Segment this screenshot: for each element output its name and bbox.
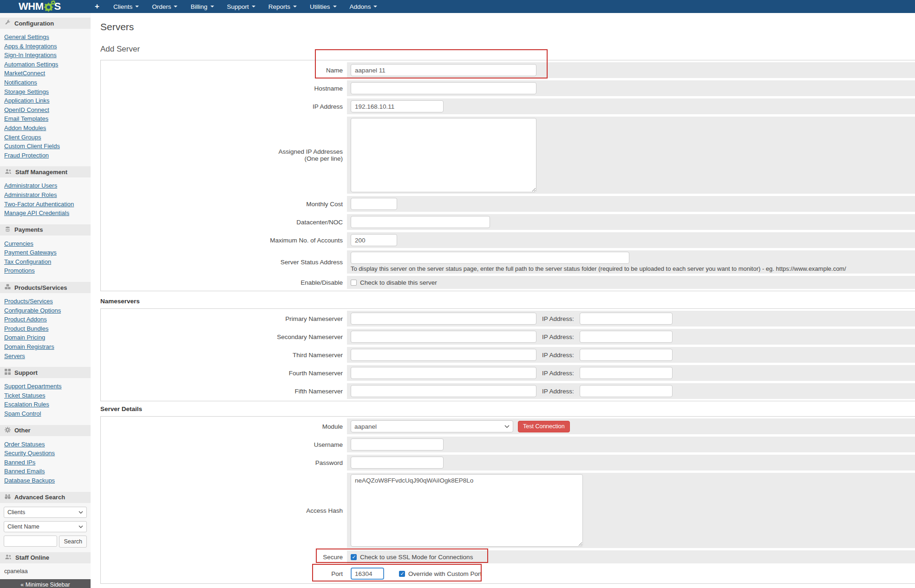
sidebar-link[interactable]: Automation Settings [4, 60, 91, 69]
sidebar-link[interactable]: Domain Registrars [4, 342, 91, 352]
sidebar-link[interactable]: Configurable Options [4, 306, 91, 315]
access-hash-textarea[interactable]: neAQZoW8FFvdcUqJ90qWAiIOgk8EP8Lo [351, 474, 583, 547]
field-label: Assigned IP Addresses (One per line) [103, 117, 347, 194]
nav-support[interactable]: Support [221, 0, 262, 13]
nav-addons[interactable]: Addons [343, 0, 384, 13]
ip-address-input[interactable] [351, 100, 444, 112]
primary-nameserver-ip-input[interactable] [580, 313, 673, 325]
page-title: Servers [100, 21, 915, 33]
username-input[interactable] [351, 438, 444, 451]
secondary-nameserver-ip-input[interactable] [580, 331, 673, 343]
ip-address-row: IP Address [103, 98, 915, 114]
max-accounts-row: Maximum No. of Accounts [103, 232, 915, 248]
search-field-select[interactable]: Client Name [4, 521, 87, 532]
field-label: Secondary Nameserver [103, 329, 347, 345]
fifth-nameserver-ip-input[interactable] [580, 385, 673, 397]
server-basics-panel: Name Hostname IP Address Assigned IP Add… [100, 60, 915, 291]
sidebar-link[interactable]: Spam Control [4, 409, 91, 418]
field-label: Server Status Address [103, 250, 347, 274]
field-label: Third Nameserver [103, 347, 347, 363]
sidebar-link[interactable]: Administrator Roles [4, 190, 91, 200]
password-input[interactable] [351, 457, 444, 469]
sidebar-link[interactable]: General Settings [4, 33, 91, 42]
sidebar-link[interactable]: Promotions [4, 266, 91, 275]
sidebar-link[interactable]: Security Questions [4, 449, 91, 458]
sidebar-link[interactable]: Banned IPs [4, 458, 91, 467]
search-button[interactable]: Search [59, 536, 87, 548]
sidebar-link[interactable]: MarketConnect [4, 69, 91, 78]
test-connection-button[interactable]: Test Connection [518, 421, 570, 432]
sidebar-link[interactable]: Sign-In Integrations [4, 51, 91, 60]
chevron-down-icon [504, 425, 510, 428]
sidebar-link[interactable]: Notifications [4, 78, 91, 87]
quick-add-button[interactable]: + [82, 2, 107, 11]
custom-port-checkbox[interactable] [399, 571, 405, 577]
sidebar-link[interactable]: Escalation Rules [4, 400, 91, 409]
sidebar-link[interactable]: Email Templates [4, 114, 91, 124]
sidebar-link[interactable]: Administrator Users [4, 181, 91, 190]
nav-billing[interactable]: Billing [184, 0, 220, 13]
field-label: Hostname [103, 80, 347, 96]
datacenter-input[interactable] [351, 216, 490, 228]
sidebar-link[interactable]: Domain Pricing [4, 333, 91, 342]
sidebar-link[interactable]: Addon Modules [4, 124, 91, 133]
third-nameserver-ip-input[interactable] [580, 349, 673, 361]
sidebar-link[interactable]: OpenID Connect [4, 105, 91, 115]
chevron-down-icon [210, 6, 214, 7]
sidebar-link[interactable]: Database Backups [4, 476, 91, 485]
sidebar-link[interactable]: Payment Gateways [4, 248, 91, 257]
sidebar-link[interactable]: Servers [4, 352, 91, 361]
ssl-mode-checkbox[interactable] [351, 554, 357, 560]
monthly-cost-input[interactable] [351, 198, 397, 210]
sidebar-link[interactable]: Application Links [4, 96, 91, 105]
sidebar-link[interactable]: Ticket Statuses [4, 391, 91, 400]
search-type-select[interactable]: Clients [4, 507, 87, 518]
secondary-nameserver-row: Secondary Nameserver IP Address: [103, 329, 915, 345]
sidebar-link[interactable]: Product Bundles [4, 324, 91, 333]
sidebar-link[interactable]: Products/Services [4, 297, 91, 306]
whmcs-logo[interactable]: WHM S [0, 0, 82, 13]
hostname-input[interactable] [351, 82, 536, 94]
sidebar-section-staff-management: Staff Management [0, 166, 91, 177]
assigned-ips-textarea[interactable] [351, 118, 536, 192]
monthly-cost-row: Monthly Cost [103, 196, 915, 212]
max-accounts-input[interactable] [351, 234, 397, 246]
field-label: Enable/Disable [103, 276, 347, 289]
third-nameserver-input[interactable] [351, 349, 536, 361]
sidebar-link[interactable]: Product Addons [4, 315, 91, 324]
secondary-nameserver-input[interactable] [351, 331, 536, 343]
sidebar-link[interactable]: Client Groups [4, 133, 91, 142]
sidebar-link[interactable]: Storage Settings [4, 87, 91, 97]
name-input[interactable] [351, 64, 536, 76]
sidebar-link[interactable]: Fraud Protection [4, 151, 91, 160]
sidebar-link[interactable]: Apps & Integrations [4, 42, 91, 51]
disable-server-checkbox[interactable] [351, 280, 357, 286]
sidebar-link[interactable]: Two-Factor Authentication [4, 200, 91, 209]
nav-reports[interactable]: Reports [262, 0, 303, 13]
sidebar-link[interactable]: Support Departments [4, 382, 91, 391]
sidebar-link[interactable]: Order Statuses [4, 440, 91, 449]
sidebar-link[interactable]: Tax Configuration [4, 257, 91, 267]
ip-address-label: IP Address: [542, 352, 574, 359]
nav-utilities[interactable]: Utilities [303, 0, 343, 13]
sidebar-link[interactable]: Custom Client Fields [4, 142, 91, 151]
sidebar-link[interactable]: Manage API Credentials [4, 209, 91, 218]
password-row: Password [103, 455, 915, 470]
sidebar-link[interactable]: Banned Emails [4, 467, 91, 476]
minimise-sidebar-button[interactable]: « Minimise Sidebar [0, 579, 91, 588]
sidebar-section-payments: Payments [0, 224, 91, 235]
nav-orders[interactable]: Orders [145, 0, 184, 13]
enable-disable-row: Enable/Disable Check to disable this ser… [103, 276, 915, 289]
search-input[interactable] [4, 536, 57, 547]
nav-clients[interactable]: Clients [107, 0, 145, 13]
fifth-nameserver-input[interactable] [351, 385, 536, 397]
fourth-nameserver-input[interactable] [351, 367, 536, 379]
chevron-down-icon [373, 6, 377, 7]
primary-nameserver-input[interactable] [351, 313, 536, 325]
checkbox-label: Override with Custom Port [408, 570, 482, 577]
module-select[interactable]: aapanel [351, 420, 513, 432]
sidebar-link[interactable]: Currencies [4, 239, 91, 248]
server-status-input[interactable] [351, 252, 629, 264]
fourth-nameserver-ip-input[interactable] [580, 367, 673, 379]
port-input[interactable] [351, 568, 384, 580]
